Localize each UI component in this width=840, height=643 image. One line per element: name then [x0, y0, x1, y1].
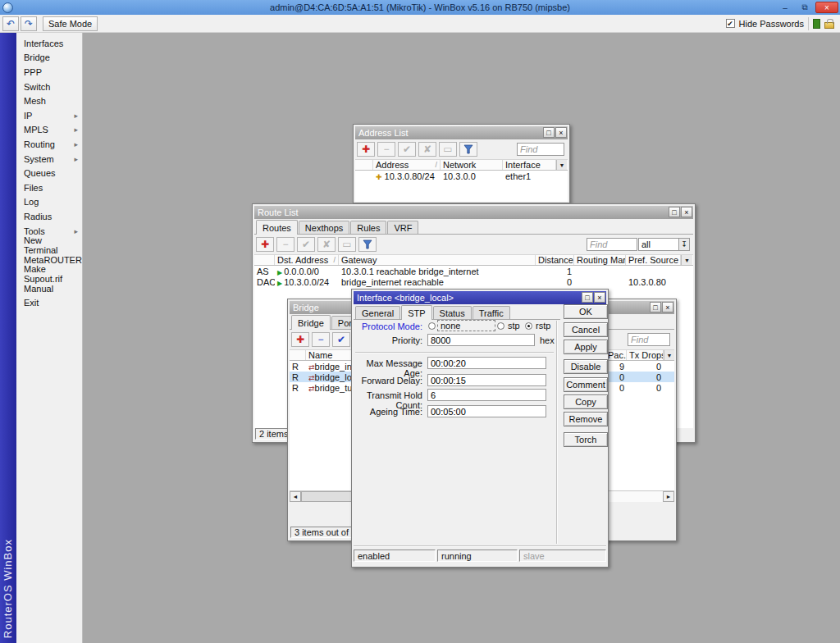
column-chooser-icon[interactable]: ▼	[664, 350, 674, 360]
bridge-interface-icon: ⇄	[308, 374, 315, 382]
connection-status-icon	[813, 19, 820, 29]
apply-button[interactable]: Apply	[564, 340, 608, 354]
column-network[interactable]: Network	[441, 160, 503, 170]
redo-button[interactable]: ↷	[21, 16, 37, 31]
comment-button[interactable]: ▭	[338, 237, 356, 252]
sidebar-item-mesh[interactable]: Mesh	[16, 93, 82, 108]
tab-bridge[interactable]: Bridge	[291, 315, 331, 330]
sidebar-item-mpls[interactable]: MPLS▸	[16, 123, 82, 138]
column-chooser-icon[interactable]: ▼	[681, 255, 692, 265]
disable-button[interactable]: ✘	[317, 237, 336, 252]
close-icon[interactable]: ×	[662, 302, 673, 312]
sidebar-item-make-supout[interactable]: Make Supout.rif	[16, 267, 82, 282]
ageing-time-field[interactable]	[427, 405, 546, 417]
close-icon[interactable]: ×	[555, 127, 567, 138]
safe-mode-button[interactable]: Safe Mode	[43, 16, 98, 31]
sidebar-item-system[interactable]: System▸	[16, 152, 82, 166]
sidebar-item-ppp[interactable]: PPP	[16, 65, 82, 80]
ok-button[interactable]: OK	[564, 304, 608, 319]
sidebar-item-switch[interactable]: Switch	[16, 80, 82, 94]
column-dst-address[interactable]: Dst. Address/	[275, 255, 339, 265]
copy-button[interactable]: Copy	[564, 394, 608, 409]
sidebar-item-files[interactable]: Files	[16, 180, 82, 195]
tab-traffic[interactable]: Traffic	[472, 306, 510, 319]
add-button[interactable]: ✚	[256, 237, 274, 252]
find-input[interactable]	[587, 238, 637, 251]
restore-button[interactable]: ⧉	[796, 2, 814, 13]
protocol-none-option[interactable]: none	[437, 320, 495, 331]
comment-button[interactable]: Comment	[564, 377, 608, 392]
sidebar-item-exit[interactable]: Exit	[16, 296, 82, 311]
maximize-icon[interactable]: □	[650, 302, 661, 312]
sidebar-item-routing[interactable]: Routing▸	[16, 137, 82, 152]
column-distance[interactable]: Distance	[536, 255, 574, 265]
maximize-icon[interactable]: □	[543, 127, 555, 138]
add-button[interactable]: ✚	[291, 332, 309, 347]
remove-button[interactable]: −	[276, 237, 294, 252]
enable-button[interactable]: ✔	[332, 332, 350, 347]
close-button[interactable]: ×	[815, 2, 838, 13]
disable-button[interactable]: ✘	[418, 142, 436, 157]
transmit-hold-count-field[interactable]	[427, 389, 546, 401]
tab-vrf[interactable]: VRF	[387, 221, 418, 234]
torch-button[interactable]: Torch	[564, 432, 608, 447]
tab-stp[interactable]: STP	[401, 305, 431, 320]
status-divider	[354, 545, 606, 547]
column-chooser-icon[interactable]: ▼	[556, 160, 567, 170]
priority-field[interactable]	[427, 334, 535, 346]
filter-button[interactable]	[459, 142, 477, 157]
protocol-none-radio[interactable]	[428, 322, 436, 330]
column-pref-source[interactable]: Pref. Source	[626, 255, 681, 265]
route-filter-combobox[interactable]: all	[638, 238, 679, 251]
cancel-button[interactable]: Cancel	[564, 322, 608, 337]
remove-button[interactable]: −	[377, 142, 395, 157]
enable-button[interactable]: ✔	[297, 237, 315, 252]
hide-passwords-checkbox[interactable]: ✔	[726, 19, 735, 28]
add-button[interactable]: ✚	[357, 142, 375, 157]
table-row[interactable]: ✚ 10.3.0.80/24 10.3.0.0 ether1	[355, 171, 568, 181]
remove-button[interactable]: −	[312, 332, 330, 347]
forward-delay-field[interactable]	[427, 374, 546, 386]
tab-routes[interactable]: Routes	[256, 220, 298, 235]
sidebar-item-new-terminal[interactable]: New Terminal	[16, 238, 82, 253]
route-list-titlebar[interactable]: Route List □ ×	[254, 206, 693, 219]
disable-button[interactable]: Disable	[564, 359, 608, 374]
sidebar-item-queues[interactable]: Queues	[16, 166, 82, 180]
column-tx-drops[interactable]: Tx Drops	[627, 350, 664, 360]
max-message-age-field[interactable]	[427, 357, 546, 369]
protocol-rstp-radio[interactable]	[525, 322, 532, 330]
combo-drop-icon[interactable]: ↧	[678, 238, 690, 251]
column-interface[interactable]: Interface	[503, 160, 556, 170]
find-input[interactable]	[628, 333, 670, 346]
sidebar-item-interfaces[interactable]: Interfaces	[16, 36, 82, 51]
close-icon[interactable]: ×	[681, 207, 692, 217]
close-icon[interactable]: ×	[594, 292, 605, 303]
protocol-stp-radio[interactable]	[497, 322, 504, 330]
tab-status[interactable]: Status	[433, 306, 472, 319]
tab-nexthops[interactable]: Nexthops	[299, 221, 349, 234]
tab-general[interactable]: General	[355, 306, 400, 319]
sidebar-item-bridge[interactable]: Bridge	[16, 51, 82, 66]
filter-button[interactable]	[358, 237, 377, 252]
comment-button[interactable]: ▭	[439, 142, 457, 157]
sidebar-item-log[interactable]: Log	[16, 195, 82, 210]
address-list-titlebar[interactable]: Address List □ ×	[355, 126, 568, 139]
scroll-left-icon[interactable]: ◄	[290, 491, 301, 502]
scroll-right-icon[interactable]: ►	[663, 491, 674, 502]
column-routing-mark[interactable]: Routing Mark	[574, 255, 626, 265]
table-row[interactable]: AS ▶0.0.0.0/0 10.3.0.1 reachable bridge_…	[254, 266, 693, 276]
find-input[interactable]	[517, 143, 564, 156]
remove-button[interactable]: Remove	[564, 412, 608, 426]
enable-button[interactable]: ✔	[398, 142, 416, 157]
maximize-icon[interactable]: □	[582, 292, 593, 303]
tab-rules[interactable]: Rules	[350, 221, 386, 234]
minimize-button[interactable]: –	[776, 2, 794, 13]
undo-button[interactable]: ↶	[2, 16, 19, 31]
table-row[interactable]: DAC ▶10.3.0.0/24 bridge_internet reachab…	[254, 276, 693, 287]
sidebar-item-radius[interactable]: Radius	[16, 209, 82, 224]
maximize-icon[interactable]: □	[669, 207, 680, 217]
sidebar-item-ip[interactable]: IP▸	[16, 108, 82, 123]
dialog-titlebar[interactable]: Interface <bridge_local> □ ×	[354, 291, 606, 304]
column-address[interactable]: Address/	[373, 160, 441, 170]
column-gateway[interactable]: Gateway	[339, 255, 536, 265]
